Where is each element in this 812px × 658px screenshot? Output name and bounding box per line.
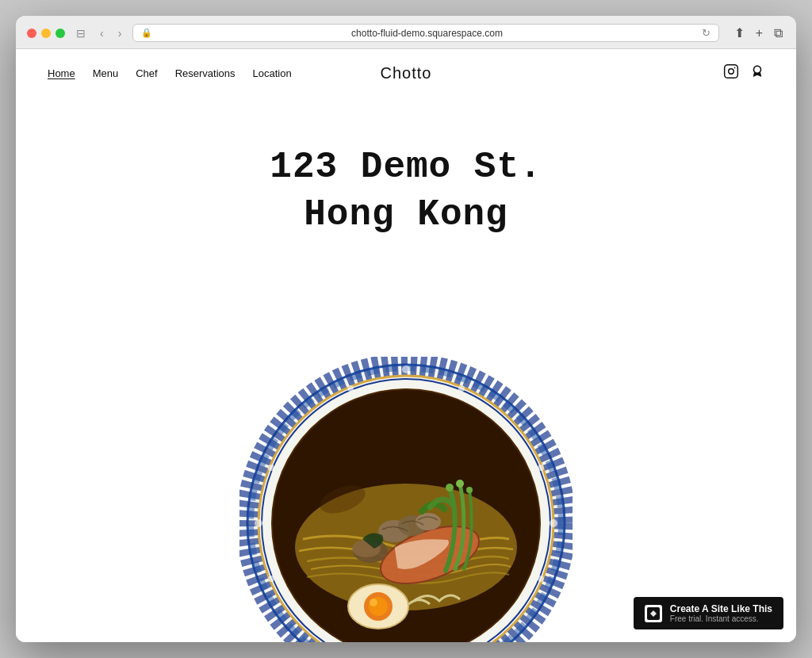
nav-links: Home Menu Chef Reservations Location [48, 67, 292, 79]
svg-point-34 [268, 576, 274, 582]
address-line2: Hong Kong [270, 192, 542, 239]
svg-point-26 [402, 365, 410, 373]
svg-point-28 [538, 465, 544, 471]
site-logo[interactable]: Chotto [381, 64, 432, 82]
squarespace-badge[interactable]: Create A Site Like This Free trial. Inst… [634, 597, 783, 629]
svg-point-24 [466, 487, 473, 493]
svg-point-36 [268, 465, 274, 471]
badge-subtitle: Free trial. Instant access. [670, 614, 772, 623]
share-button[interactable]: ⬆ [732, 24, 747, 42]
website-content: Home Menu Chef Reservations Location Cho… [16, 49, 796, 642]
refresh-button[interactable]: ↻ [702, 27, 710, 39]
svg-point-29 [550, 519, 557, 527]
forward-button[interactable]: › [115, 25, 125, 41]
minimize-button[interactable] [41, 29, 51, 38]
nav-social [723, 63, 764, 83]
nav-home[interactable]: Home [48, 67, 75, 79]
hero-address: 123 Demo St. Hong Kong [270, 144, 542, 239]
traffic-lights [27, 29, 65, 38]
address-bar[interactable]: 🔒 chotto-fluid-demo.squarespace.com ↻ [132, 24, 718, 42]
svg-point-30 [538, 576, 544, 582]
hero-section: 123 Demo St. Hong Kong [16, 97, 796, 642]
nav-chef[interactable]: Chef [136, 67, 157, 79]
nav-menu[interactable]: Menu [93, 67, 119, 79]
svg-point-37 [347, 385, 354, 392]
yelp-icon[interactable] [750, 63, 764, 83]
svg-point-2 [734, 67, 736, 68]
address-line1: 123 Demo St. [270, 144, 542, 192]
close-button[interactable] [27, 29, 36, 38]
svg-point-14 [370, 599, 377, 606]
svg-point-22 [446, 484, 454, 492]
svg-point-27 [458, 385, 465, 392]
svg-rect-0 [725, 64, 738, 78]
lock-icon: 🔒 [141, 28, 152, 38]
badge-title: Create A Site Like This [670, 603, 772, 614]
svg-point-1 [729, 68, 734, 74]
badge-text: Create A Site Like This Free trial. Inst… [670, 603, 772, 623]
tabs-button[interactable]: ⧉ [772, 25, 785, 42]
nav-location[interactable]: Location [253, 67, 292, 79]
nav-reservations[interactable]: Reservations [175, 67, 236, 79]
browser-actions: ⬆ + ⧉ [732, 24, 785, 42]
browser-chrome: ⊟ ‹ › 🔒 chotto-fluid-demo.squarespace.co… [16, 16, 796, 49]
ramen-bowl-image [239, 357, 573, 642]
svg-point-23 [456, 480, 464, 488]
svg-point-35 [255, 519, 262, 527]
url-text: chotto-fluid-demo.squarespace.com [157, 28, 696, 39]
maximize-button[interactable] [56, 29, 65, 38]
new-tab-button[interactable]: + [753, 25, 765, 42]
instagram-icon[interactable] [723, 63, 739, 83]
sidebar-toggle-button[interactable]: ⊟ [73, 25, 89, 41]
back-button[interactable]: ‹ [97, 25, 107, 41]
svg-point-19 [416, 513, 441, 530]
browser-window: ⊟ ‹ › 🔒 chotto-fluid-demo.squarespace.co… [16, 16, 796, 642]
squarespace-logo-icon [645, 605, 662, 622]
navigation: Home Menu Chef Reservations Location Cho… [16, 49, 796, 97]
